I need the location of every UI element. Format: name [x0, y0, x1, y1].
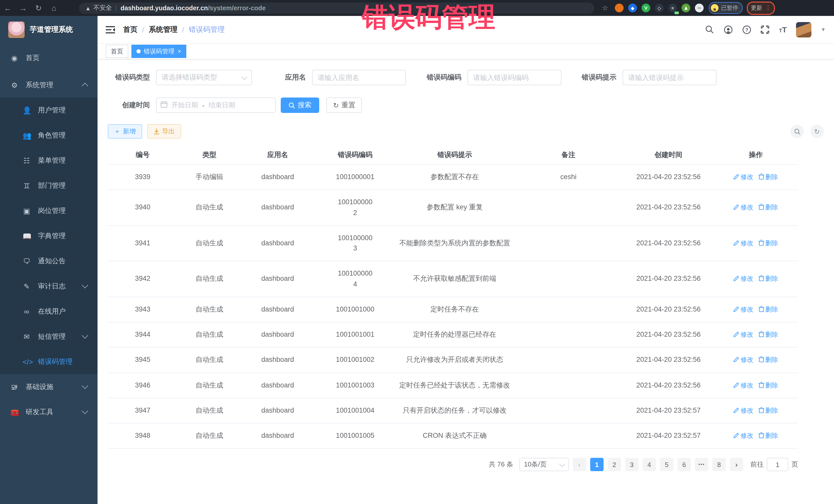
edit-row-link[interactable]: 修改 [733, 306, 753, 313]
page-size-select[interactable]: 10条/页 [520, 458, 569, 472]
delete-row-link[interactable]: 删除 [759, 306, 778, 313]
delete-row-link[interactable]: 删除 [759, 174, 778, 181]
dev-tool-icon: 🧰 [10, 408, 19, 416]
delete-row-link[interactable]: 删除 [759, 240, 778, 247]
search-button[interactable]: 搜索 [281, 97, 319, 113]
edit-row-link[interactable]: 修改 [733, 381, 753, 389]
extension-blue-gem[interactable]: ◆ [628, 4, 637, 12]
extension-green-person[interactable]: ♟ [682, 4, 690, 12]
page-button-3[interactable]: 3 [625, 458, 638, 472]
extension-orange[interactable] [615, 4, 623, 12]
extension-list-on[interactable]: ≡on [668, 4, 677, 12]
edit-row-link[interactable]: 修改 [733, 331, 753, 338]
extension-squares[interactable]: ◇ [655, 4, 664, 12]
sidebar-item-研发工具[interactable]: 🧰研发工具 [0, 399, 97, 424]
edit-row-link[interactable]: 修改 [733, 356, 753, 364]
export-button[interactable]: 导出 [147, 124, 181, 138]
sidebar-item-字典管理[interactable]: 📖字典管理 [0, 223, 97, 248]
error-type-select[interactable]: 请选择错误码类型 [156, 70, 252, 85]
reload-icon[interactable]: ↻ [31, 3, 46, 13]
breadcrumb-home[interactable]: 首页 [123, 25, 137, 34]
sidebar-item-基础设施[interactable]: 🖳基础设施 [0, 374, 97, 399]
sidebar-item-短信管理[interactable]: ✉短信管理 [0, 324, 97, 349]
cell-应用名: dashboard [241, 398, 314, 423]
extension-on-badge: on [674, 11, 679, 14]
cell-应用名: dashboard [241, 373, 314, 398]
tag-home[interactable]: 首页 [106, 45, 128, 58]
chevron-down-icon [82, 282, 88, 288]
font-size-icon[interactable]: TT [779, 25, 787, 34]
paused-extension-button[interactable]: 已暂停 [709, 2, 743, 14]
bookmark-star-icon[interactable]: ☆ [599, 4, 611, 12]
error-code-input[interactable] [467, 70, 562, 85]
show-search-icon[interactable] [790, 125, 804, 138]
page-button-6[interactable]: 6 [678, 458, 691, 472]
reset-button[interactable]: ↻ 重置 [326, 97, 362, 113]
delete-row-link[interactable]: 删除 [759, 407, 778, 414]
download-icon [153, 128, 159, 134]
page-button-5[interactable]: 5 [660, 458, 673, 472]
cell-类型: 自动生成 [178, 322, 241, 347]
plus-icon: ＋ [114, 127, 120, 136]
sidebar-item-通知公告[interactable]: 🗨通知公告 [0, 248, 97, 273]
edit-row-link[interactable]: 修改 [733, 275, 753, 283]
next-page-button[interactable]: › [730, 458, 743, 472]
cell-操作: 修改删除 [714, 322, 798, 347]
forward-icon[interactable]: → [15, 4, 31, 12]
cell-错误码提示: 只允许修改为开启或者关闭状态 [396, 348, 513, 373]
prev-page-button[interactable]: ‹ [573, 458, 586, 472]
cell-创建时间: 2021-04-20 23:52:56 [623, 165, 714, 190]
delete-row-link[interactable]: 删除 [759, 331, 778, 338]
delete-row-link[interactable]: 删除 [759, 356, 778, 364]
sidebar-item-菜单管理[interactable]: ☷菜单管理 [0, 148, 97, 173]
collapse-sidebar-icon[interactable] [106, 25, 115, 34]
help-icon[interactable]: ? [742, 25, 751, 34]
edit-row-link[interactable]: 修改 [733, 407, 753, 414]
address-bar[interactable]: ▲ 不安全 dashboard.yudao.iocoder.cn/system/… [79, 2, 594, 14]
edit-row-link[interactable]: 修改 [733, 204, 753, 211]
cell-错误码编码: 1001000004 [314, 262, 396, 297]
sidebar-item-首页[interactable]: ◉首页 [0, 44, 97, 72]
breadcrumb-system[interactable]: 系统管理 [149, 25, 178, 34]
sidebar-item-部门管理[interactable]: ♊部门管理 [0, 173, 97, 198]
add-button[interactable]: ＋ 新增 [108, 124, 142, 138]
sidebar-item-角色管理[interactable]: 👥角色管理 [0, 123, 97, 148]
app-name-input[interactable] [312, 70, 406, 85]
browser-update-button[interactable]: 更新 ⋮ [747, 1, 775, 15]
edit-row-link[interactable]: 修改 [733, 240, 753, 247]
delete-row-link[interactable]: 删除 [759, 381, 778, 389]
close-tag-icon[interactable]: × [178, 48, 181, 55]
sidebar-item-审计日志[interactable]: ✎审计日志 [0, 273, 97, 299]
date-range-picker[interactable]: 开始日期 - 结束日期 [156, 97, 276, 113]
jump-page-input[interactable] [767, 458, 788, 472]
page-button-4[interactable]: 4 [642, 458, 656, 472]
fullscreen-icon[interactable] [761, 25, 770, 34]
error-hint-input[interactable] [622, 70, 717, 85]
refresh-table-icon[interactable]: ↻ [810, 125, 824, 138]
back-icon[interactable]: ← [0, 4, 15, 12]
tag-error-code[interactable]: 错误码管理 × [131, 45, 186, 58]
delete-row-link[interactable]: 删除 [759, 275, 778, 283]
search-icon[interactable] [705, 25, 715, 34]
user-avatar[interactable] [796, 22, 811, 37]
sidebar-item-岗位管理[interactable]: ▣岗位管理 [0, 198, 97, 223]
filter-code-label: 错误码编码 [406, 73, 467, 82]
user-menu-caret-icon[interactable]: ▼ [821, 27, 826, 32]
delete-row-link[interactable]: 删除 [759, 432, 778, 439]
github-icon[interactable] [724, 25, 733, 34]
extension-green-v[interactable]: V [641, 4, 650, 12]
page-button-2[interactable]: 2 [608, 458, 621, 472]
app-logo-row[interactable]: 芋道管理系统 [0, 16, 97, 44]
sidebar-item-系统管理[interactable]: ⚙系统管理 [0, 72, 97, 97]
home-icon[interactable]: ⌂ [46, 4, 62, 12]
page-button-8[interactable]: 8 [712, 458, 726, 472]
sidebar-item-在线用户[interactable]: ∞在线用户 [0, 299, 97, 324]
edit-row-link[interactable]: 修改 [733, 174, 753, 181]
sidebar-item-用户管理[interactable]: 👤用户管理 [0, 97, 97, 123]
page-button-1[interactable]: 1 [590, 458, 603, 472]
delete-row-link[interactable]: 删除 [759, 204, 778, 211]
edit-row-link[interactable]: 修改 [733, 432, 753, 439]
browser-menu-icon[interactable]: ⋮ [765, 7, 771, 9]
extension-puzzle[interactable]: ⚩ [695, 4, 704, 12]
sidebar-item-错误码管理[interactable]: </>错误码管理 [0, 349, 97, 374]
